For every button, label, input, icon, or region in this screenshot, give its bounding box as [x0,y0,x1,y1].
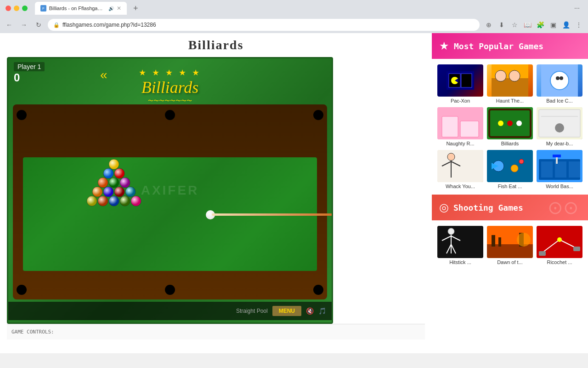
svg-point-1 [103,168,113,178]
game-card-fisheat[interactable]: Fish Eat ... [487,150,533,189]
game-interior: Player 1 0 « ★ ★ ★ ★ ★ Billiards 〜〜〜〜〜〜〜… [8,58,332,322]
svg-point-42 [447,153,455,161]
traffic-lights [6,6,28,11]
tab-audio-icon[interactable]: 🔊 [108,6,114,11]
sidebar: ★ Most Popular Games Pac-Xon Haunt The..… [432,33,588,353]
game-card-worldbas[interactable]: World Bas... [537,150,582,189]
game-card-naughty[interactable]: Naughty R... [437,107,483,146]
game-logo: ★ ★ ★ ★ ★ Billiards 〜〜〜〜〜〜〜〜 [139,68,201,105]
download-button[interactable]: ⬇ [496,19,507,30]
game-card-ricochet[interactable]: Ricochet ... [537,226,582,265]
game-card-dawn[interactable]: Dawn of t... [487,226,533,265]
game-card-whack[interactable]: Whack You... [437,150,483,189]
game-card-hitstick[interactable]: Hitstick ... [437,226,483,265]
game-thumb-ricochet [537,226,582,258]
reading-mode-button[interactable]: 📖 [522,19,533,30]
shooting-header: ◎ Shooting Games [432,195,588,220]
svg-point-7 [103,187,113,197]
svg-point-39 [555,123,564,132]
game-thumb-billiards [487,107,533,139]
svg-rect-67 [498,237,501,247]
player-name: Player 1 [14,62,45,71]
svg-rect-54 [569,161,580,178]
player-bar: Player 1 0 [14,62,45,84]
svg-rect-21 [492,78,528,97]
new-tab-button[interactable]: + [130,3,141,14]
svg-point-27 [560,76,563,80]
logo-wings: 〜〜〜〜〜〜〜〜 [139,97,201,105]
popular-games-grid: Pac-Xon Haunt The... Bad Ice C... [432,59,588,195]
game-container[interactable]: Player 1 0 « ★ ★ ★ ★ ★ Billiards 〜〜〜〜〜〜〜… [7,57,333,324]
bookmark-button[interactable]: ☆ [509,19,520,30]
address-bar-row: ← → ↻ 🔒 fflashgames.com/game.php?id=1328… [0,17,588,33]
title-bar: F Billiards - on Fflashgames... 🔊 ✕ + ⋯ [0,0,588,17]
game-mode: Straight Pool [236,308,268,314]
svg-rect-56 [553,155,561,157]
svg-rect-53 [555,161,566,178]
game-card-pacxon[interactable]: Pac-Xon [437,64,483,104]
sound-off-button[interactable]: 🔇 [306,307,314,315]
maximize-button[interactable] [22,6,28,11]
svg-point-13 [120,196,130,206]
tab-title: Billiards - on Fflashgames... [49,6,106,11]
shooting-section: ◎ Shooting Games Hitstick ... Dawn of t.… [432,195,588,270]
tab-close-button[interactable]: ✕ [117,5,121,12]
svg-point-4 [109,178,119,188]
svg-point-6 [92,187,102,197]
popular-header: ★ Most Popular Games [432,33,588,59]
sidebar-toggle-button[interactable]: ▣ [548,19,559,30]
game-label-pacxon: Pac-Xon [437,98,483,104]
extension-button[interactable]: 🧩 [535,19,546,30]
close-button[interactable] [6,6,11,11]
game-controls: GAME CONTROLS: [7,324,425,339]
pocket-bottom-center [165,285,175,295]
svg-point-5 [120,178,130,188]
svg-point-3 [98,178,108,188]
game-label-billiards: Billiards [487,141,533,146]
active-tab[interactable]: F Billiards - on Fflashgames... 🔊 ✕ [35,2,127,15]
ball-rack [68,150,160,233]
refresh-button[interactable]: ↻ [33,19,44,30]
svg-rect-17 [461,74,472,87]
cue-stick [212,213,333,216]
svg-point-14 [131,196,141,206]
svg-rect-52 [541,161,553,178]
game-card-billiards[interactable]: Billiards [487,107,533,146]
chevron-button[interactable]: « [100,68,107,82]
popular-section: ★ Most Popular Games Pac-Xon Haunt The..… [432,33,588,195]
minimize-button[interactable] [14,6,19,11]
game-menu-button[interactable]: MENU [272,306,301,316]
pocket-top-right [313,110,323,120]
svg-point-9 [125,187,136,197]
svg-rect-74 [539,251,546,256]
main-area: Billiards Player 1 0 « ★ ★ ★ ★ ★ Billiar… [0,33,432,353]
forward-button[interactable]: → [18,19,29,30]
shooting-title: Shooting Games [453,203,523,213]
svg-point-48 [511,165,518,172]
shooting-games-grid: Hitstick ... Dawn of t... Ricochet ... [432,220,588,270]
music-button[interactable]: 🎵 [318,307,326,315]
address-bar[interactable]: 🔒 fflashgames.com/game.php?id=13286 [48,19,480,31]
game-label-mydear: My dear-b... [537,141,582,146]
svg-point-2 [114,168,124,178]
game-label-dawn: Dawn of t... [487,259,533,265]
popular-star-icon: ★ [439,40,449,52]
url-text: fflashgames.com/game.php?id=13286 [62,22,474,28]
screen-search-button[interactable]: ⊕ [483,19,494,30]
svg-rect-66 [492,235,495,247]
game-card-mydear[interactable]: My dear-b... [537,107,582,146]
game-label-badice: Bad Ice C... [537,98,582,104]
page-title: Billiards [7,38,425,52]
back-button[interactable]: ← [4,19,15,30]
game-card-haunt[interactable]: Haunt The... [487,64,533,104]
menu-button[interactable]: ⋮ [573,19,584,30]
pool-table-border [13,104,327,299]
svg-rect-29 [442,116,458,137]
game-thumb-pacxon [437,64,483,97]
svg-point-35 [516,121,522,126]
game-card-badice[interactable]: Bad Ice C... [537,64,582,104]
game-thumb-whack [437,150,483,182]
tab-favicon: F [40,5,46,12]
pocket-top-center [165,110,175,120]
profile-button[interactable]: 👤 [560,19,571,30]
